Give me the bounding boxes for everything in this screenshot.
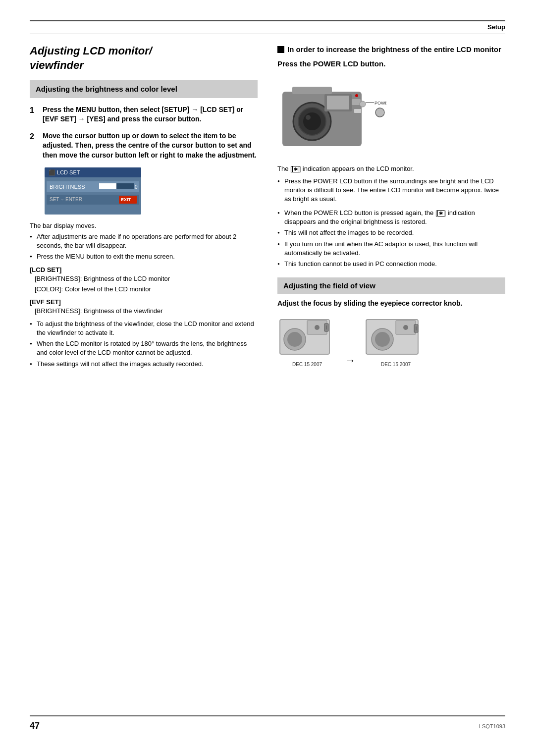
lcd-brightness-item: [BRIGHTNESS]: Brightness of the LCD moni… — [30, 274, 258, 283]
setup-label: Setup — [30, 21, 505, 34]
svg-text:SET  ←ENTER: SET ←ENTER — [50, 197, 82, 202]
bullet-2-2: When the LCD monitor is rotated by 180° … — [30, 339, 258, 357]
svg-rect-20 — [354, 109, 361, 113]
page-number: 47 — [30, 721, 40, 731]
eyepiece-after-illustration — [364, 315, 428, 359]
page-number-area: 47 LSQT1093 — [30, 721, 505, 731]
power-lcd-heading: In order to increase the brightness of t… — [277, 44, 505, 54]
bar-display-text: The bar display moves. — [30, 222, 258, 229]
svg-text:POWER LCD: POWER LCD — [374, 101, 386, 106]
black-square-icon — [277, 46, 284, 53]
svg-text:⬛ LCD SET: ⬛ LCD SET — [49, 169, 80, 176]
svg-point-23 — [355, 94, 358, 97]
right-column: In order to increase the brightness of t… — [277, 34, 505, 374]
camera-illustration-container: POWER LCD — [277, 73, 505, 159]
lcd-color-item: [COLOR]: Color level of the LCD monitor — [30, 285, 258, 294]
svg-point-15 — [303, 112, 321, 130]
svg-text:BRIGHTNESS: BRIGHTNESS — [50, 184, 85, 190]
power-lcd-section: In order to increase the brightness of t… — [277, 44, 505, 269]
gray-heading-brightness: Adjusting the brightness and color level — [30, 80, 258, 98]
main-content: Adjusting LCD monitor/ viewfinder Adjust… — [30, 34, 505, 374]
bullet-1-1: After adjustments are made if no operati… — [30, 232, 258, 250]
press-power-lcd-text: Press the POWER LCD button. — [277, 59, 505, 68]
camera-illustration: POWER LCD — [277, 77, 386, 154]
bullets-2: To adjust the brightness of the viewfind… — [30, 320, 258, 369]
eyepiece-after-container: DEC 15 2007 — [364, 315, 428, 367]
evf-set-label: [EVF SET] — [30, 298, 258, 306]
evf-brightness-item: [BRIGHTNESS]: Brightness of the viewfind… — [30, 307, 258, 316]
page: Setup Adjusting LCD monitor/ viewfinder … — [0, 0, 535, 756]
power-lcd-bullet-3: This will not affect the images to be re… — [277, 228, 505, 237]
svg-point-26 — [375, 108, 384, 117]
bullet-2-1: To adjust the brightness of the viewfind… — [30, 320, 258, 337]
indication-text: The [✱] indication appears on the LCD mo… — [277, 164, 505, 174]
eyepiece-after-label: DEC 15 2007 — [364, 362, 428, 367]
svg-point-39 — [375, 332, 390, 347]
lcd-screen-svg: ⬛ LCD SET BRIGHTNESS 0 SET ←ENTER EXIT — [45, 167, 141, 215]
svg-text:EXIT: EXIT — [121, 197, 131, 202]
eyepiece-before-container: DEC 15 2007 — [277, 315, 337, 367]
svg-rect-6 — [99, 183, 116, 189]
gray-heading-field-of-view: Adjusting the field of view — [277, 277, 505, 294]
svg-point-33 — [315, 325, 320, 330]
field-of-view-section: Adjusting the field of view Adjust the f… — [277, 277, 505, 367]
svg-rect-17 — [292, 87, 332, 94]
step-2: 2 Move the cursor button up or down to s… — [30, 131, 258, 161]
lcd-screen-mockup: ⬛ LCD SET BRIGHTNESS 0 SET ←ENTER EXIT — [45, 167, 258, 216]
bottom-rule — [30, 715, 505, 716]
svg-rect-18 — [352, 99, 361, 105]
bullet-1-2: Press the MENU button to exit the menu s… — [30, 252, 258, 261]
eyepiece-step-text: Adjust the focus by sliding the eyepiece… — [277, 299, 505, 309]
left-column: Adjusting LCD monitor/ viewfinder Adjust… — [30, 34, 258, 374]
svg-point-32 — [287, 332, 302, 347]
section-title: Adjusting LCD monitor/ viewfinder — [30, 44, 258, 72]
power-lcd-bullet-5: This function cannot be used in PC conne… — [277, 260, 505, 269]
eyepiece-illustrations: DEC 15 2007 → — [277, 315, 505, 367]
power-lcd-bullets-2: When the POWER LCD button is pressed aga… — [277, 209, 505, 269]
bullet-2-3: These settings will not affect the image… — [30, 360, 258, 369]
power-lcd-bullet-1: Press the POWER LCD button if the surrou… — [277, 177, 505, 204]
step-1-text: Press the MENU button, then select [SETU… — [43, 105, 258, 124]
svg-point-16 — [306, 115, 311, 120]
step-1: 1 Press the MENU button, then select [SE… — [30, 105, 258, 124]
eyepiece-before-label: DEC 15 2007 — [277, 362, 337, 367]
bullets-1: After adjustments are made if no operati… — [30, 232, 258, 262]
power-lcd-bullets-1: Press the POWER LCD button if the surrou… — [277, 177, 505, 204]
svg-point-19 — [360, 101, 366, 107]
eyepiece-before-illustration — [277, 315, 337, 359]
svg-text:0: 0 — [135, 184, 138, 190]
step-2-text: Move the cursor button up or down to sel… — [43, 131, 258, 161]
step-2-number: 2 — [30, 131, 39, 161]
power-lcd-bullet-4: If you turn on the unit when the AC adap… — [277, 240, 505, 258]
eyepiece-arrow: → — [345, 354, 356, 367]
doc-code: LSQT1093 — [479, 723, 505, 729]
lcd-set-label: [LCD SET] — [30, 266, 258, 273]
svg-point-40 — [403, 325, 408, 330]
svg-rect-22 — [327, 96, 349, 109]
power-lcd-bullet-2: When the POWER LCD button is pressed aga… — [277, 209, 505, 226]
step-1-number: 1 — [30, 105, 39, 124]
